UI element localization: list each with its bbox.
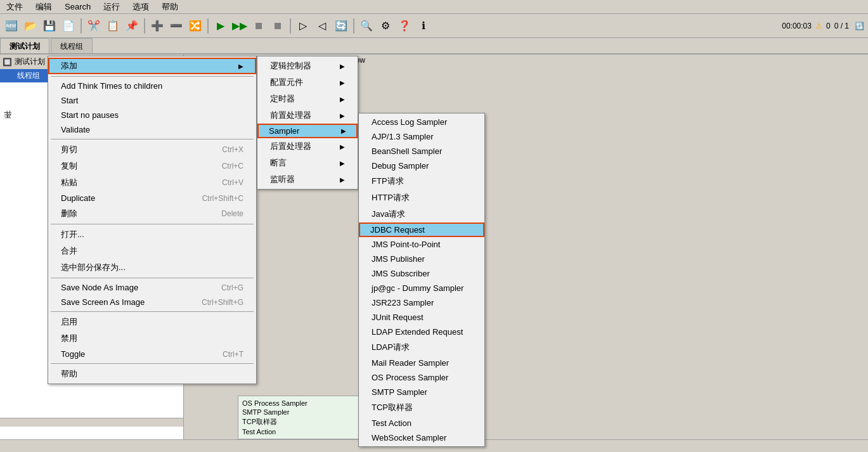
- settings-button[interactable]: ⚙: [377, 17, 394, 35]
- bottom-item-smtp[interactable]: SMTP Sampler: [240, 408, 363, 416]
- stop-button[interactable]: ⏹: [250, 17, 268, 35]
- sep5: [51, 311, 254, 312]
- tabs-bar: 测试计划 线程组: [0, 38, 868, 55]
- menu-duplicate[interactable]: Duplicate Ctrl+Shift+C: [48, 191, 256, 205]
- add-button[interactable]: ➕: [148, 17, 166, 35]
- submenu-config-element[interactable]: 配置元件 ▶: [257, 74, 358, 91]
- start-nopause-button[interactable]: ▶▶: [231, 17, 249, 35]
- submenu-timer[interactable]: 定时器 ▶: [257, 91, 358, 107]
- menu-save-selection[interactable]: 选中部分保存为...: [48, 259, 256, 276]
- run-remote-button[interactable]: ▷: [294, 17, 312, 35]
- menu-start[interactable]: Start: [48, 93, 256, 108]
- sampler-access-log[interactable]: Access Log Sampler: [359, 115, 484, 129]
- sampler-http[interactable]: HTTP请求: [359, 190, 484, 206]
- sampler-jms-subscriber[interactable]: JMS Subscriber: [359, 266, 484, 281]
- config-arrow-icon: ▶: [340, 79, 345, 86]
- cut-button[interactable]: ✂️: [85, 17, 103, 35]
- paste-button[interactable]: 📌: [123, 17, 141, 35]
- sep1: [81, 18, 82, 34]
- timer-value: 00:00:03: [782, 22, 812, 30]
- warning-icon: ⚠: [815, 22, 822, 30]
- bottom-item-tcp[interactable]: TCP取样器: [240, 416, 363, 427]
- menu-help[interactable]: 帮助: [48, 366, 256, 382]
- menu-file[interactable]: 文件: [3, 0, 27, 14]
- stop-now-button[interactable]: ⏹: [269, 17, 287, 35]
- menu-open[interactable]: 打开...: [48, 226, 256, 243]
- help-button[interactable]: ❓: [396, 17, 413, 35]
- menu-start-no-pauses[interactable]: Start no pauses: [48, 108, 256, 122]
- submenu-post-processor[interactable]: 后置处理器 ▶: [257, 138, 358, 155]
- menu-disable[interactable]: 禁用: [48, 330, 256, 347]
- menubar: 文件 编辑 Search 运行 选项 帮助: [0, 0, 868, 14]
- refresh-button[interactable]: 🔃: [853, 20, 865, 32]
- sampler-tcp[interactable]: TCP取样器: [359, 399, 484, 416]
- sampler-ldap[interactable]: LDAP请求: [359, 339, 484, 356]
- menu-edit[interactable]: 编辑: [32, 0, 56, 14]
- menu-enable[interactable]: 启用: [48, 314, 256, 330]
- open-button[interactable]: 📂: [22, 17, 39, 35]
- menu-add[interactable]: 添加 ▶: [48, 58, 256, 74]
- stop-remote-button[interactable]: ◁: [313, 17, 331, 35]
- menu-validate[interactable]: Validate: [48, 122, 256, 137]
- menu-paste[interactable]: 粘贴 Ctrl+V: [48, 174, 256, 191]
- sampler-jpgc[interactable]: jp@gc - Dummy Sampler: [359, 281, 484, 295]
- sampler-mail-reader[interactable]: Mail Reader Sampler: [359, 356, 484, 370]
- sampler-jdbc[interactable]: JDBC Request: [359, 223, 484, 237]
- submenu-sampler[interactable]: Sampler ▶: [257, 124, 358, 138]
- sep4: [51, 278, 254, 278]
- sampler-ajp[interactable]: AJP/1.3 Sampler: [359, 129, 484, 144]
- save-as-button[interactable]: 📄: [60, 17, 77, 35]
- menu-toggle[interactable]: Toggle Ctrl+T: [48, 347, 256, 361]
- sampler-ldap-extended[interactable]: LDAP Extended Request: [359, 325, 484, 339]
- tab-test-plan[interactable]: 测试计划: [0, 38, 49, 53]
- remove-button[interactable]: ➖: [167, 17, 185, 35]
- start-button[interactable]: ▶: [212, 17, 230, 35]
- info-button[interactable]: ℹ: [415, 17, 432, 35]
- menu-merge[interactable]: 合并: [48, 243, 256, 259]
- sampler-websocket[interactable]: WebSocket Sampler: [359, 430, 484, 445]
- sampler-java[interactable]: Java请求: [359, 206, 484, 223]
- sampler-junit[interactable]: JUnit Request: [359, 310, 484, 325]
- menu-save-screen-image[interactable]: Save Screen As Image Ctrl+Shift+G: [48, 295, 256, 309]
- menu-help[interactable]: 帮助: [158, 0, 182, 14]
- submenu-assertion[interactable]: 断言 ▶: [257, 155, 358, 171]
- sampler-debug[interactable]: Debug Sampler: [359, 158, 484, 173]
- sampler-smtp[interactable]: SMTP Sampler: [359, 385, 484, 399]
- menu-run[interactable]: 运行: [100, 0, 124, 14]
- sampler-ftp[interactable]: FTP请求: [359, 173, 484, 190]
- copy-button[interactable]: 📋: [104, 17, 122, 35]
- menu-save-node-image[interactable]: Save Node As Image Ctrl+G: [48, 280, 256, 295]
- sampler-jms-publisher[interactable]: JMS Publisher: [359, 252, 484, 266]
- clear-all-button[interactable]: 🔄: [332, 17, 350, 35]
- left-scrollbar[interactable]: [0, 418, 184, 427]
- add-arrow-icon: ▶: [238, 63, 243, 70]
- submenu-pre-processor[interactable]: 前置处理器 ▶: [257, 107, 358, 124]
- menu-copy[interactable]: 复制 Ctrl+C: [48, 158, 256, 174]
- logic-arrow-icon: ▶: [340, 63, 345, 70]
- search-button[interactable]: 🔍: [358, 17, 375, 35]
- expand-icon: 🔲: [3, 58, 12, 67]
- bottom-item-test-action[interactable]: Test Action: [240, 427, 363, 436]
- menu-add-think-times[interactable]: Add Think Times to children: [48, 79, 256, 93]
- bottom-item-os-process[interactable]: OS Process Sampler: [240, 399, 363, 408]
- warning-count: 0: [826, 22, 831, 30]
- sampler-jsr223[interactable]: JSR223 Sampler: [359, 295, 484, 310]
- submenu-logic-controller[interactable]: 逻辑控制器 ▶: [257, 58, 358, 74]
- menu-options[interactable]: 选项: [129, 0, 153, 14]
- new-button[interactable]: 🆕: [3, 17, 20, 35]
- menu-cut[interactable]: 剪切 Ctrl+X: [48, 141, 256, 158]
- sampler-os-process[interactable]: OS Process Sampler: [359, 370, 484, 385]
- menu-delete[interactable]: 删除 Delete: [48, 205, 256, 222]
- sampler-test-action[interactable]: Test Action: [359, 416, 484, 430]
- tree-label: 测试计划: [15, 56, 45, 67]
- clear-button[interactable]: 🔀: [186, 17, 204, 35]
- menu-search[interactable]: Search: [61, 1, 94, 13]
- sep6: [51, 363, 254, 364]
- assertion-arrow-icon: ▶: [340, 160, 345, 167]
- sampler-jms-p2p[interactable]: JMS Point-to-Point: [359, 237, 484, 252]
- sampler-beanshell[interactable]: BeanShell Sampler: [359, 144, 484, 158]
- tab-thread-group[interactable]: 线程组: [51, 38, 93, 53]
- context-menu: 添加 ▶ Add Think Times to children Start S…: [48, 56, 257, 384]
- submenu-listener[interactable]: 监听器 ▶: [257, 171, 358, 188]
- save-button[interactable]: 💾: [41, 17, 58, 35]
